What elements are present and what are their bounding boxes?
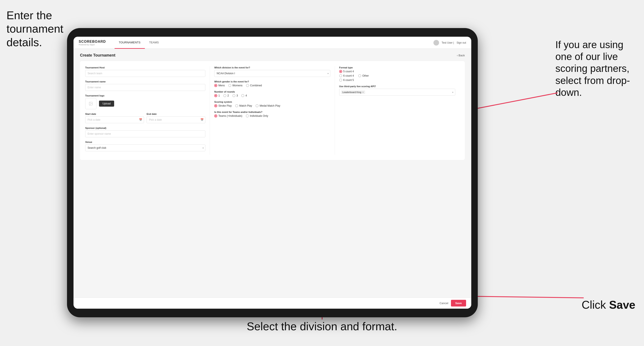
logo-area: Upload (85, 98, 205, 109)
user-label: Test User | (442, 41, 454, 44)
tournament-logo-group: Tournament logo Upload (85, 94, 205, 109)
format-6count4-radio[interactable] (339, 74, 342, 77)
rounds-1[interactable]: 1 (214, 94, 220, 97)
division-label: Which division is the event for? (214, 66, 330, 69)
end-date-group: End date 📅 (146, 113, 205, 123)
rounds-4-radio[interactable] (241, 94, 244, 97)
sponsor-label: Sponsor (optional) (85, 127, 205, 129)
format-6count5[interactable]: 6 count 5 (339, 79, 354, 82)
start-date-wrapper: 📅 (85, 116, 144, 123)
brand: SCOREBOARD Powered by clippd (79, 40, 106, 46)
start-date-input[interactable] (85, 116, 144, 123)
upload-button[interactable]: Upload (99, 101, 114, 107)
cancel-button[interactable]: Cancel (440, 302, 448, 305)
venue-select[interactable]: Search golf club (85, 144, 205, 151)
event-type-radio-group: Teams (+Individuals) Individuals Only (214, 114, 330, 117)
gender-label: Which gender is the event for? (214, 80, 330, 83)
event-individuals[interactable]: Individuals Only (246, 114, 268, 117)
end-date-input[interactable] (146, 116, 205, 123)
format-6count4[interactable]: 6 count 4 (339, 74, 354, 77)
scoring-group: Scoring system Stroke Play Match Play (214, 101, 330, 107)
tablet: SCOREBOARD Powered by clippd TOURNAMENTS… (67, 28, 478, 317)
format-5count4[interactable]: 5 count 4 (339, 70, 354, 73)
live-scoring-label: Use third-party live scoring API? (339, 85, 455, 88)
scoring-match[interactable]: Match Play (235, 104, 252, 107)
tournament-name-group: Tournament name (85, 80, 205, 91)
rounds-4[interactable]: 4 (241, 94, 247, 97)
back-button[interactable]: ‹ Back (457, 54, 465, 57)
nav-tournaments[interactable]: TOURNAMENTS (114, 37, 145, 49)
signout-link[interactable]: Sign out (456, 41, 466, 44)
format-type-group: Format type 5 count 4 6 count (339, 66, 455, 82)
live-scoring-tag: Leaderboard King ✕ (341, 90, 365, 94)
format-other[interactable]: Other (358, 74, 369, 77)
navbar: SCOREBOARD Powered by clippd TOURNAMENTS… (74, 37, 471, 49)
gender-womens[interactable]: Womens (228, 84, 242, 87)
event-type-group: Is this event for Teams and/or Individua… (214, 111, 330, 117)
start-date-label: Start date (85, 113, 144, 115)
rounds-2[interactable]: 2 (223, 94, 229, 97)
form-col-2: Which division is the event for? NCAA Di… (210, 66, 335, 155)
dates-group: Start date 📅 End date (85, 113, 205, 123)
start-date-calendar-icon: 📅 (139, 118, 142, 121)
event-individuals-radio[interactable] (246, 114, 249, 117)
end-date-calendar-icon: 📅 (200, 118, 204, 121)
gender-combined-radio[interactable] (246, 84, 249, 87)
gender-combined[interactable]: Combined (246, 84, 262, 87)
scoring-match-radio[interactable] (235, 104, 238, 107)
rounds-1-radio[interactable] (214, 94, 217, 97)
date-row: Start date 📅 End date (85, 113, 205, 123)
end-date-wrapper: 📅 (146, 116, 205, 123)
gender-mens[interactable]: Mens (214, 84, 224, 87)
navbar-right: Test User | Sign out (434, 40, 466, 45)
live-scoring-field[interactable]: Leaderboard King ✕ ▾ (339, 89, 455, 96)
live-scoring-group: Use third-party live scoring API? Leader… (339, 85, 455, 96)
sponsor-input[interactable] (85, 130, 205, 137)
rounds-3[interactable]: 3 (232, 94, 238, 97)
rounds-3-radio[interactable] (232, 94, 236, 97)
navbar-nav: TOURNAMENTS TEAMS (114, 37, 434, 49)
form-col-3: Format type 5 count 4 6 count (335, 66, 460, 155)
format-other-option: Other (358, 74, 369, 77)
live-scoring-tag-close-icon[interactable]: ✕ (362, 91, 364, 93)
scoring-medal-radio[interactable] (256, 104, 258, 107)
event-type-label: Is this event for Teams and/or Individua… (214, 111, 330, 113)
tournament-logo-label: Tournament logo (85, 94, 205, 97)
brand-sub: Powered by clippd (79, 44, 106, 46)
form-grid: Tournament Host Tournament name Tourname… (85, 66, 460, 155)
form-card: Tournament Host Tournament name Tourname… (80, 61, 465, 160)
scoring-stroke-radio[interactable] (214, 104, 217, 107)
brand-title: SCOREBOARD (79, 40, 106, 44)
nav-teams[interactable]: TEAMS (145, 37, 163, 49)
tournament-name-label: Tournament name (85, 80, 205, 83)
venue-label: Venue (85, 141, 205, 143)
event-teams[interactable]: Teams (+Individuals) (214, 114, 242, 117)
save-button[interactable]: Save (451, 300, 466, 307)
tournament-host-input[interactable] (85, 70, 205, 77)
format-other-radio[interactable] (358, 74, 361, 77)
division-select[interactable]: NCAA Division I (214, 70, 330, 77)
format-6count5-radio[interactable] (339, 79, 342, 82)
tournament-host-label: Tournament Host (85, 66, 205, 69)
gender-group: Which gender is the event for? Mens Wome… (214, 80, 330, 87)
live-scoring-value: Leaderboard King (342, 91, 361, 93)
main-content: Create Tournament ‹ Back Tournament Host… (74, 49, 471, 297)
scoring-radio-group: Stroke Play Match Play Medal Match Play (214, 104, 330, 107)
scoring-medal[interactable]: Medal Match Play (256, 104, 280, 107)
end-date-label: End date (146, 113, 205, 115)
page-header: Create Tournament ‹ Back (80, 53, 465, 58)
rounds-radio-group: 1 2 3 (214, 94, 330, 97)
format-5count4-radio[interactable] (339, 70, 342, 73)
scoring-stroke[interactable]: Stroke Play (214, 104, 232, 107)
event-teams-radio[interactable] (214, 114, 217, 117)
tournament-host-group: Tournament Host (85, 66, 205, 77)
tablet-screen: SCOREBOARD Powered by clippd TOURNAMENTS… (74, 37, 471, 309)
venue-group: Venue Search golf club ▾ (85, 141, 205, 151)
gender-womens-radio[interactable] (228, 84, 231, 87)
rounds-2-radio[interactable] (223, 94, 226, 97)
live-scoring-dropdown-arrow-icon: ▾ (452, 91, 453, 93)
rounds-label: Number of rounds (214, 90, 330, 93)
tournament-name-input[interactable] (85, 84, 205, 91)
avatar (434, 40, 439, 45)
gender-mens-radio[interactable] (214, 84, 217, 87)
